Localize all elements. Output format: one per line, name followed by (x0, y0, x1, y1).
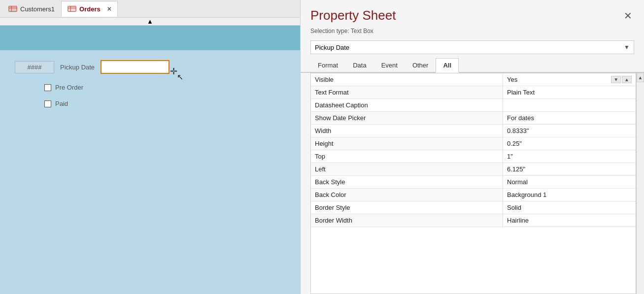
property-name: Border Style (311, 201, 503, 214)
element-dropdown-value: Pickup Date (315, 44, 349, 51)
property-value: Background 1 (503, 189, 636, 201)
svg-rect-4 (68, 6, 76, 12)
paid-label: Paid (55, 100, 68, 107)
property-name: Visible (311, 73, 503, 86)
scroll-up-small-button[interactable]: ▲ (622, 76, 632, 83)
property-row[interactable]: Top1" (311, 150, 636, 163)
property-row[interactable]: Left6.125" (311, 163, 636, 176)
property-value: 0.25" (503, 137, 636, 150)
property-value (503, 99, 636, 111)
tab-customers1[interactable]: Customers1 (2, 1, 61, 17)
tab-all[interactable]: All (436, 58, 459, 73)
property-row[interactable]: Width0.8333" (311, 125, 636, 137)
property-value-with-dropdown: Yes▼▲ (507, 76, 632, 83)
dropdown-arrow-button[interactable]: ▼ (611, 76, 621, 83)
tab-orders[interactable]: Orders × (61, 1, 118, 17)
pre-order-checkbox[interactable] (44, 84, 51, 91)
scrollbar[interactable]: ▲ (636, 73, 644, 294)
property-name: Width (311, 125, 503, 137)
property-name: Border Width (311, 214, 503, 227)
property-value-text: Yes (507, 76, 517, 83)
property-row[interactable]: VisibleYes▼▲ (311, 73, 636, 86)
selection-type-label: Selection type: Text Box (301, 28, 644, 38)
tab-bar: Customers1 Orders × (0, 0, 300, 18)
property-value: Solid (503, 201, 636, 214)
pickup-date-label: Pickup Date (54, 62, 101, 73)
property-value: 6.125" (503, 163, 636, 175)
cursor-arrow-icon: ↖ (177, 72, 183, 82)
property-value: Hairline (503, 214, 636, 227)
property-table-container: VisibleYes▼▲Text FormatPlain TextDatashe… (310, 73, 644, 294)
svg-rect-0 (8, 6, 17, 12)
property-value: Plain Text (503, 86, 636, 98)
property-row[interactable]: Show Date PickerFor dates (311, 112, 636, 125)
tab-other[interactable]: Other (405, 58, 436, 72)
tab-close-button[interactable]: × (107, 5, 111, 13)
property-row[interactable]: Back ColorBackground 1 (311, 189, 636, 201)
property-value: 0.8333" (503, 125, 636, 137)
customers1-tab-label: Customers1 (20, 5, 55, 13)
pickup-date-row: #### Pickup Date ✛ ↖ (15, 60, 285, 74)
property-row[interactable]: Text FormatPlain Text (311, 86, 636, 99)
pickup-date-input[interactable]: ✛ ↖ (101, 60, 169, 74)
left-panel: Customers1 Orders × ▲ #### Pickup Date ✛ (0, 0, 301, 294)
tab-format[interactable]: Format (310, 58, 345, 72)
property-name: Top (311, 150, 503, 163)
property-row[interactable]: Border WidthHairline (311, 214, 636, 227)
right-panel: Property Sheet ✕ Selection type: Text Bo… (301, 0, 644, 294)
form-header (0, 26, 300, 50)
property-name: Back Style (311, 176, 503, 188)
pre-order-label: Pre Order (55, 84, 83, 91)
scroll-up-icon: ▲ (147, 18, 153, 25)
property-tabs: Format Data Event Other All (301, 58, 644, 73)
form-area: #### Pickup Date ✛ ↖ Pre Order Paid (0, 26, 300, 294)
scroll-up-area[interactable]: ▲ (0, 18, 300, 26)
property-value: Normal (503, 176, 636, 188)
property-name: Back Color (311, 189, 503, 201)
property-name: Height (311, 137, 503, 150)
property-value[interactable]: Yes▼▲ (503, 73, 636, 86)
property-value: 1" (503, 150, 636, 163)
orders-tab-label: Orders (79, 5, 101, 13)
property-name: Left (311, 163, 503, 175)
property-sheet-title: Property Sheet (310, 8, 396, 23)
element-selector-row: Pickup Date ▼ (301, 38, 644, 58)
orders-tab-icon (68, 5, 76, 12)
customers1-tab-icon (8, 5, 17, 12)
property-row[interactable]: Height0.25" (311, 137, 636, 150)
close-button[interactable]: ✕ (622, 8, 634, 24)
pre-order-row: Pre Order (44, 84, 285, 91)
hash-field: #### (15, 61, 54, 73)
scroll-up-button[interactable]: ▲ (637, 73, 644, 82)
form-content: #### Pickup Date ✛ ↖ Pre Order Paid (0, 50, 300, 126)
property-row[interactable]: Border StyleSolid (311, 201, 636, 214)
tab-data[interactable]: Data (345, 58, 373, 72)
element-dropdown[interactable]: Pickup Date ▼ (310, 40, 634, 54)
property-dropdown-buttons: ▼▲ (611, 76, 632, 83)
element-dropdown-arrow: ▼ (624, 44, 630, 51)
property-name: Show Date Picker (311, 112, 503, 124)
property-row[interactable]: Back StyleNormal (311, 176, 636, 189)
property-name: Text Format (311, 86, 503, 98)
property-row[interactable]: Datasheet Caption (311, 99, 636, 112)
property-name: Datasheet Caption (311, 99, 503, 111)
property-value: For dates (503, 112, 636, 124)
tab-event[interactable]: Event (374, 58, 405, 72)
property-table: VisibleYes▼▲Text FormatPlain TextDatashe… (310, 73, 636, 294)
move-cursor-icon: ✛ (170, 66, 177, 77)
paid-row: Paid (44, 100, 285, 107)
property-header: Property Sheet ✕ (301, 0, 644, 28)
paid-checkbox[interactable] (44, 100, 51, 107)
